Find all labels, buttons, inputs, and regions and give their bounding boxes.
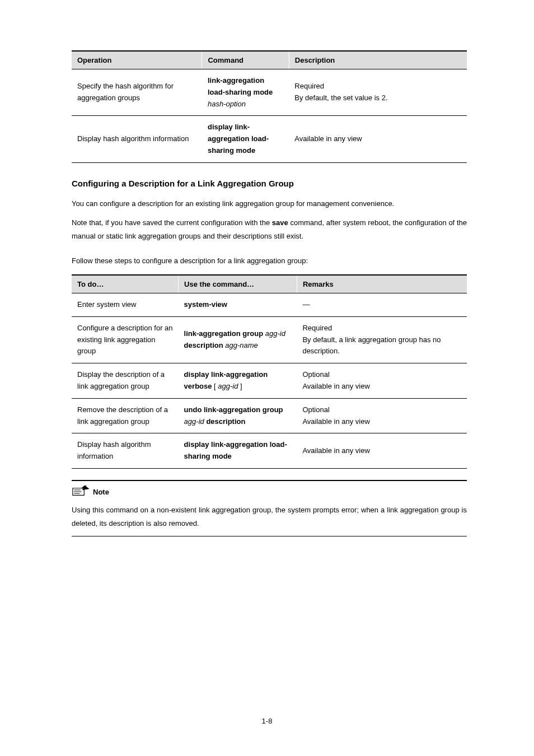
section-paragraph: You can configure a description for an e… [72,197,467,211]
table-row: Configure a description for an existing … [72,316,467,363]
section-heading: Configuring a Description for a Link Agg… [72,179,467,188]
cell-operation: Display hash algorithm information [72,116,202,162]
cell-description: RequiredBy default, the set value is 2. [289,69,467,116]
config-table-2: To do… Use the command… Remarks Enter sy… [72,274,467,469]
note-separator-top [72,480,467,481]
cell-operation: Specify the hash algorithm for aggregati… [72,69,202,116]
table-row: Specify the hash algorithm for aggregati… [72,69,467,116]
cell-description: Available in any view [289,116,467,162]
th-operation: Operation [72,51,202,69]
th-command: Command [202,51,289,69]
table-row: Remove the description of a link aggrega… [72,398,467,433]
cell-remarks: OptionalAvailable in any view [297,363,467,399]
cell-command: undo link-aggregation group agg-id descr… [179,398,297,433]
cell-remarks: OptionalAvailable in any view [297,398,467,433]
table-row: Display hash algorithm information displ… [72,433,467,469]
note-separator-bottom [72,536,467,536]
th-description: Description [289,51,467,69]
th-use-command: Use the command… [179,275,297,293]
cell-todo: Display the description of a link aggreg… [72,363,179,399]
cell-remarks: RequiredBy default, a link aggregation g… [297,316,467,363]
cell-todo: Display hash algorithm information [72,433,179,469]
cell-todo: Remove the description of a link aggrega… [72,398,179,433]
cell-command: link-aggregation group agg-id descriptio… [179,316,297,363]
th-todo: To do… [72,275,179,293]
table-row: Enter system view system-view — [72,293,467,316]
cell-remarks: — [297,293,467,316]
cell-command: system-view [179,293,297,316]
note-header: Note [72,486,467,498]
cell-todo: Enter system view [72,293,179,316]
note-icon [72,486,90,498]
th-remarks: Remarks [297,275,467,293]
cell-command: display link-aggregation verbose [ agg-i… [179,363,297,399]
table-row: Display the description of a link aggreg… [72,363,467,399]
section-paragraph: Note that, if you have saved the current… [72,216,467,243]
cell-command: display link-aggregation load-sharing mo… [179,433,297,469]
page-number: 1-8 [0,717,534,725]
table-row: Display hash algorithm information displ… [72,116,467,162]
note-text: Using this command on a non-existent lin… [72,503,467,530]
section-follow-text: Follow these steps to configure a descri… [72,254,467,268]
note-label: Note [93,488,109,498]
cell-command: display link-aggregation load-sharing mo… [202,116,289,162]
cell-todo: Configure a description for an existing … [72,316,179,363]
config-table-1: Operation Command Description Specify th… [72,50,467,163]
cell-remarks: Available in any view [297,433,467,469]
cell-command: link-aggregation load-sharing mode hash-… [202,69,289,116]
